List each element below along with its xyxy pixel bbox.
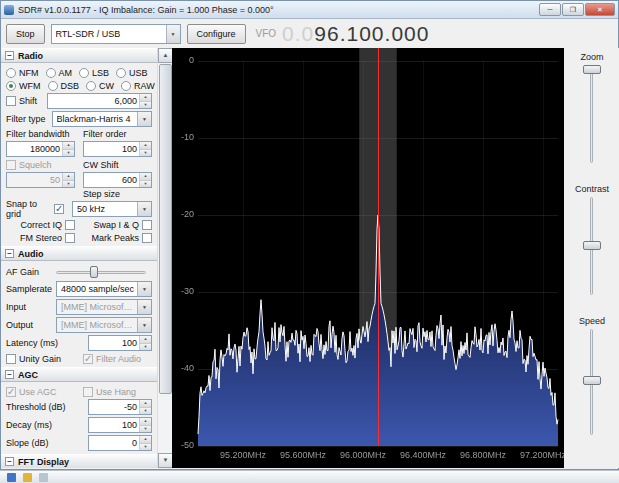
mark-peaks-checkbox[interactable]: Mark Peaks [83,232,152,243]
threshold-input[interactable]: -50 [88,399,152,415]
radio-circle [121,81,131,91]
decay-input[interactable]: 100 [88,417,152,433]
dropdown-arrow-icon [137,202,151,216]
squelch-input[interactable]: 50 [6,172,75,188]
filter-type-dropdown[interactable]: Blackman-Harris 4 [52,111,152,127]
spinner[interactable] [62,173,74,187]
checkbox-box [65,220,75,230]
threshold-label: Threshold (dB) [6,402,88,412]
audio-panel-header[interactable]: Audio [1,246,157,261]
mode-usb-radio[interactable]: USB [116,67,148,78]
spin-up-icon [140,94,151,102]
spin-up-icon [140,173,151,181]
spinner[interactable] [139,336,151,350]
spinner[interactable] [139,436,151,450]
minimize-button[interactable] [539,3,561,16]
snap-to-grid-checkbox[interactable]: Snap to grid [6,204,64,215]
filter-audio-checkbox[interactable]: Filter Audio [83,353,152,364]
use-agc-checkbox[interactable]: Use AGC [6,386,75,397]
fft-display-panel-header[interactable]: FFT Display [1,454,157,468]
mode-dsb-radio[interactable]: DSB [48,80,80,91]
af-gain-slider[interactable] [56,265,146,279]
mode-raw-radio[interactable]: RAW [121,80,155,91]
window-title: SDR# v1.0.0.1177 - IQ Imbalance: Gain = … [18,5,535,15]
correct-iq-checkbox[interactable]: Correct IQ [6,219,75,230]
settings-panel: Radio NFM AM LSB USB WFM DSB CW RAW Shif… [1,48,157,468]
speed-slider[interactable] [564,326,619,438]
spinner[interactable] [139,142,151,156]
contrast-slider[interactable] [564,194,619,298]
dropdown-arrow-icon [166,25,180,43]
spin-up-icon [140,142,151,150]
filter-type-label: Filter type [6,114,46,124]
cw-shift-input[interactable]: 600 [83,172,152,188]
close-button[interactable] [585,3,615,16]
spinner[interactable] [139,94,151,108]
audio-input-dropdown[interactable]: [MME] Microsoft Sound [56,299,152,315]
cw-shift-label: CW Shift [83,160,152,170]
zoom-slider[interactable] [564,62,619,166]
agc-panel-header[interactable]: AGC [1,367,157,382]
slider-thumb[interactable] [583,241,601,250]
slider-thumb[interactable] [583,65,601,74]
filter-order-input[interactable]: 100 [83,141,152,157]
spin-up-icon [63,173,74,181]
checkbox-checked-box [6,387,16,397]
vfo-label: VFO [256,28,277,39]
mode-wfm-radio[interactable]: WFM [6,80,41,91]
shift-input[interactable]: 6,000 [47,93,152,109]
scroll-down-icon[interactable] [158,453,173,468]
swap-iq-checkbox[interactable]: Swap I & Q [83,219,152,230]
mode-cw-radio[interactable]: CW [86,80,114,91]
filter-bandwidth-input[interactable]: 180000 [6,141,75,157]
spin-down-icon [140,426,151,433]
agc-panel-body: Use AGC Use Hang Threshold (dB) -50 Deca… [1,382,157,454]
spectrum-display[interactable] [172,48,564,468]
radio-panel-header[interactable]: Radio [1,48,157,63]
spinner[interactable] [139,400,151,414]
mode-nfm-radio[interactable]: NFM [6,67,39,78]
toolbar: Stop RTL-SDR / USB Configure VFO 0.096.1… [1,19,618,48]
samplerate-dropdown[interactable]: 48000 sample/sec [56,281,152,297]
scroll-up-icon[interactable] [158,48,173,63]
dropdown-arrow-icon [137,112,151,126]
scrollbar-thumb[interactable] [159,64,172,394]
settings-scrollbar[interactable] [157,48,172,468]
step-size-dropdown[interactable]: 50 kHz [72,201,152,217]
title-bar[interactable]: SDR# v1.0.0.1177 - IQ Imbalance: Gain = … [1,1,618,19]
mode-am-radio[interactable]: AM [46,67,73,78]
spin-down-icon [140,344,151,351]
fm-stereo-checkbox[interactable]: FM Stereo [6,232,75,243]
shift-checkbox[interactable]: Shift [6,96,37,107]
frequency-display[interactable]: 0.096.100.000 [282,22,429,46]
slider-thumb[interactable] [90,266,98,278]
maximize-button[interactable] [562,3,584,16]
stop-button[interactable]: Stop [6,24,45,44]
checkbox-checked-box [83,354,93,364]
dropdown-arrow-icon [137,318,151,332]
spin-up-icon [140,418,151,426]
step-size-label: Step size [83,189,152,199]
configure-button[interactable]: Configure [187,24,246,44]
af-gain-label: AF Gain [6,267,56,277]
spinner[interactable] [139,418,151,432]
source-dropdown[interactable]: RTL-SDR / USB [51,24,181,44]
taskbar-app-icon[interactable] [39,473,48,482]
slider-thumb[interactable] [583,376,601,385]
slope-input[interactable]: 0 [88,435,152,451]
taskbar-app-icon[interactable] [7,473,16,482]
radio-circle [6,68,16,78]
dropdown-arrow-icon [137,300,151,314]
taskbar-folder-icon[interactable] [23,473,32,482]
dropdown-arrow-icon [137,282,151,296]
latency-input[interactable]: 100 [88,335,152,351]
squelch-checkbox[interactable]: Squelch [6,159,75,170]
checkbox-box [6,96,16,106]
spinner[interactable] [62,142,74,156]
spinner[interactable] [139,173,151,187]
mode-lsb-radio[interactable]: LSB [79,67,109,78]
audio-output-dropdown[interactable]: [MME] Microsoft Sound [56,317,152,333]
use-hang-checkbox[interactable]: Use Hang [83,386,152,397]
radio-circle [48,81,58,91]
unity-gain-checkbox[interactable]: Unity Gain [6,353,75,364]
